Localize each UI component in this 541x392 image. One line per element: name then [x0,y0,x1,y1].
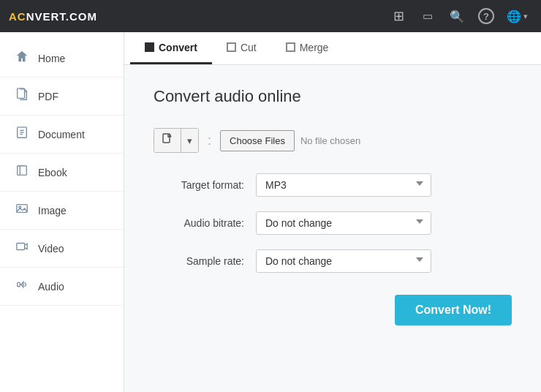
convert-btn-row: Convert Now! [154,295,512,325]
target-format-select[interactable]: MP3 WAV OGG FLAC AAC M4A WMA [256,173,431,197]
sidebar-item-document[interactable]: Document [0,116,124,154]
page-title: Convert audio online [154,87,512,106]
globe-icon: 🌐 [507,10,521,23]
sample-rate-select[interactable]: Do not change 8000 Hz 11025 Hz 22050 Hz … [256,249,431,273]
dropdown-arrow-icon: ▾ [187,135,192,146]
audio-bitrate-select[interactable]: Do not change 32 kbit/s 64 kbit/s 128 kb… [256,211,431,235]
pdf-icon [15,88,29,105]
audio-bitrate-label: Audio bitrate: [154,217,256,229]
sample-rate-label: Sample rate: [154,255,256,267]
sample-rate-row: Sample rate: Do not change 8000 Hz 11025… [154,249,512,273]
sidebar-item-video[interactable]: Video [0,230,124,268]
search-icon: 🔍 [450,10,464,23]
sidebar-label-ebook: Ebook [38,167,67,178]
audio-bitrate-row: Audio bitrate: Do not change 32 kbit/s 6… [154,211,512,235]
file-separator: : [208,133,211,148]
svg-rect-9 [18,282,20,286]
help-icon-btn[interactable]: ? [473,3,499,29]
help-icon: ? [478,8,494,24]
sidebar-label-home: Home [38,53,65,64]
sidebar-label-audio: Audio [38,281,64,293]
site-logo: ACNVERT.COM [9,10,97,23]
sidebar-label-document: Document [38,129,85,140]
choose-files-label: Choose Files [230,135,285,146]
grid-icon: ⊞ [393,8,404,24]
content-area: Convert Cut Merge Convert audio online [124,32,541,392]
tab-cut[interactable]: Cut [212,32,271,64]
tab-cut-label: Cut [241,42,257,53]
convert-now-label: Convert Now! [415,304,491,316]
sidebar-label-pdf: PDF [38,91,58,102]
tab-convert-label: Convert [159,42,197,53]
tab-bar: Convert Cut Merge [124,32,541,65]
home-icon [15,50,29,67]
language-btn[interactable]: 🌐 ▾ [502,3,532,29]
page-content: Convert audio online ▾ : Choose Files No… [124,65,541,347]
sidebar: Home PDF Document Ebook Image [0,32,124,392]
tab-cut-icon [227,42,236,52]
file-btn-group: ▾ [154,128,199,153]
sidebar-item-pdf[interactable]: PDF [0,78,124,116]
svg-rect-8 [17,244,25,250]
image-icon [15,202,29,219]
main-layout: Home PDF Document Ebook Image [0,32,541,392]
target-format-row: Target format: MP3 WAV OGG FLAC AAC M4A … [154,173,512,197]
tablet-icon: ▭ [423,10,433,23]
sidebar-label-video: Video [38,243,64,255]
file-input-row: ▾ : Choose Files No file chosen [154,128,512,153]
sidebar-label-image: Image [38,205,67,216]
choose-files-btn[interactable]: Choose Files [220,130,295,151]
grid-icon-btn[interactable]: ⊞ [385,3,412,29]
document-icon [15,126,29,143]
svg-rect-0 [18,88,25,98]
no-file-text: No file chosen [300,135,360,146]
audio-icon [15,278,29,295]
top-navigation: ACNVERT.COM ⊞ ▭ 🔍 ? 🌐 ▾ [0,0,541,32]
target-format-label: Target format: [154,179,256,191]
file-dropdown-btn[interactable]: ▾ [181,129,198,152]
video-icon [15,240,29,257]
sidebar-item-ebook[interactable]: Ebook [0,154,124,192]
tablet-icon-btn[interactable]: ▭ [415,3,441,29]
topnav-icon-group: ⊞ ▭ 🔍 ? 🌐 ▾ [385,3,532,29]
logo-ac: AC [9,10,26,23]
tab-convert[interactable]: Convert [130,32,212,64]
svg-point-7 [19,206,21,208]
tab-merge-icon [286,42,295,52]
sidebar-item-home[interactable]: Home [0,39,124,78]
svg-rect-6 [17,205,27,213]
language-dropdown-arrow: ▾ [523,12,528,21]
search-icon-btn[interactable]: 🔍 [444,3,470,29]
sidebar-item-image[interactable]: Image [0,192,124,230]
file-new-btn[interactable] [154,129,181,152]
convert-now-btn[interactable]: Convert Now! [395,295,512,325]
tab-merge-label: Merge [300,42,329,53]
ebook-icon [15,164,29,181]
tab-convert-icon [145,42,154,52]
tab-merge[interactable]: Merge [271,32,344,64]
sidebar-item-audio[interactable]: Audio [0,268,124,306]
